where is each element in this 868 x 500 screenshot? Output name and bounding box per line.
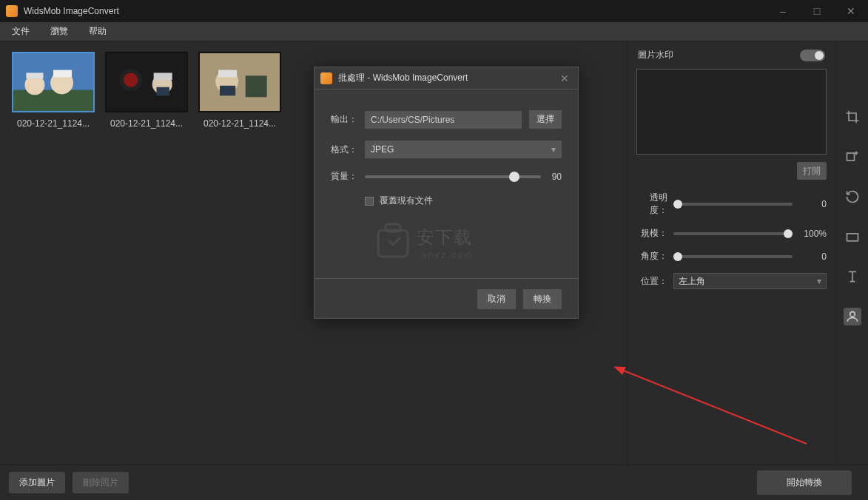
watermark-logo: 安下载 anxz.com — [331, 214, 562, 268]
quality-slider[interactable] — [365, 175, 541, 178]
svg-rect-21 — [386, 224, 400, 232]
overwrite-checkbox[interactable] — [365, 197, 374, 206]
opacity-label: 透明度： — [636, 192, 673, 217]
choose-button[interactable]: 選擇 — [529, 110, 562, 129]
thumbnail-image — [200, 52, 280, 112]
open-button[interactable]: 打開 — [797, 162, 827, 180]
scale-slider[interactable] — [673, 232, 793, 235]
menu-file[interactable]: 文件 — [12, 25, 30, 38]
close-button[interactable]: ✕ — [834, 0, 868, 22]
format-select[interactable]: JPEG — [365, 141, 562, 158]
menubar: 文件 瀏覽 帮助 — [0, 22, 868, 41]
thumbnail[interactable]: 020-12-21_1124... — [105, 52, 188, 129]
thumbnail[interactable]: 020-12-21_1124... — [198, 52, 281, 129]
dialog-title: 批處理 - WidsMob ImageConvert — [338, 72, 468, 84]
thumbnail-image — [13, 52, 93, 112]
svg-rect-10 — [154, 72, 172, 80]
opacity-value: 0 — [793, 199, 827, 209]
dialog-close-icon[interactable]: ✕ — [557, 72, 572, 84]
svg-rect-6 — [107, 53, 186, 111]
svg-rect-11 — [157, 87, 169, 96]
svg-rect-14 — [218, 70, 237, 78]
tool-strip — [835, 41, 868, 464]
rotate-icon[interactable] — [844, 188, 861, 206]
thumbnail-label: 020-12-21_1124... — [105, 118, 188, 129]
add-image-button[interactable]: 添加圖片 — [9, 472, 65, 493]
svg-rect-5 — [53, 70, 72, 78]
svg-rect-4 — [26, 72, 43, 78]
menu-help[interactable]: 帮助 — [89, 25, 107, 38]
thumbnail-label: 020-12-21_1124... — [198, 118, 281, 129]
svg-rect-16 — [246, 75, 267, 97]
angle-value: 0 — [793, 251, 827, 262]
angle-slider[interactable] — [673, 255, 793, 258]
svg-rect-1 — [13, 90, 93, 112]
window-title: WidsMob ImageConvert — [24, 6, 119, 16]
watermark-panel: 圖片水印 打開 透明度： 0 規模： 100% 角度： 0 位置： 左上角 — [627, 41, 835, 464]
resize-icon[interactable] — [844, 148, 861, 166]
svg-rect-12 — [200, 53, 280, 111]
position-label: 位置： — [636, 275, 673, 288]
crop-icon[interactable] — [844, 108, 861, 126]
overwrite-label: 覆蓋現有文件 — [380, 195, 433, 207]
thumbnail[interactable]: 020-12-21_1124... — [12, 52, 95, 129]
thumbnail-label: 020-12-21_1124... — [12, 118, 95, 129]
output-path-input[interactable] — [365, 111, 522, 129]
scale-label: 規模： — [636, 227, 673, 240]
svg-point-19 — [850, 311, 855, 317]
output-label: 輸出： — [331, 113, 365, 126]
position-select[interactable]: 左上角 — [673, 273, 827, 289]
batch-dialog: 批處理 - WidsMob ImageConvert ✕ 輸出： 選擇 格式： … — [314, 67, 579, 319]
app-icon — [6, 5, 18, 17]
svg-point-8 — [124, 72, 138, 87]
quality-label: 質量： — [331, 170, 365, 183]
cancel-button[interactable]: 取消 — [477, 289, 516, 309]
quality-value: 90 — [541, 172, 562, 182]
maximize-button[interactable]: □ — [800, 0, 834, 22]
start-convert-button[interactable]: 開始轉換 — [757, 470, 852, 495]
app-icon — [320, 72, 332, 84]
watermark-icon[interactable] — [844, 308, 861, 325]
convert-button[interactable]: 轉換 — [523, 289, 562, 309]
svg-rect-17 — [847, 153, 854, 161]
watermark-preview — [636, 69, 827, 155]
watermark-toggle[interactable] — [800, 50, 825, 61]
svg-rect-15 — [220, 86, 235, 96]
thumbnail-image — [107, 52, 186, 112]
svg-text:安下载: 安下载 — [417, 227, 472, 247]
titlebar: WidsMob ImageConvert – □ ✕ — [0, 0, 868, 22]
text-icon[interactable] — [844, 268, 861, 286]
format-label: 格式： — [331, 143, 365, 156]
svg-rect-18 — [847, 234, 858, 241]
delete-image-button[interactable]: 刪除照片 — [73, 472, 129, 493]
opacity-slider[interactable] — [673, 203, 793, 206]
minimize-button[interactable]: – — [766, 0, 800, 22]
panel-title: 圖片水印 — [638, 49, 673, 61]
scale-value: 100% — [793, 229, 827, 239]
menu-browse[interactable]: 瀏覽 — [50, 25, 68, 38]
angle-label: 角度： — [636, 250, 673, 263]
bottom-bar: 添加圖片 刪除照片 開始轉換 — [0, 464, 868, 500]
svg-text:anxz.com: anxz.com — [421, 249, 474, 260]
frame-icon[interactable] — [844, 228, 861, 246]
